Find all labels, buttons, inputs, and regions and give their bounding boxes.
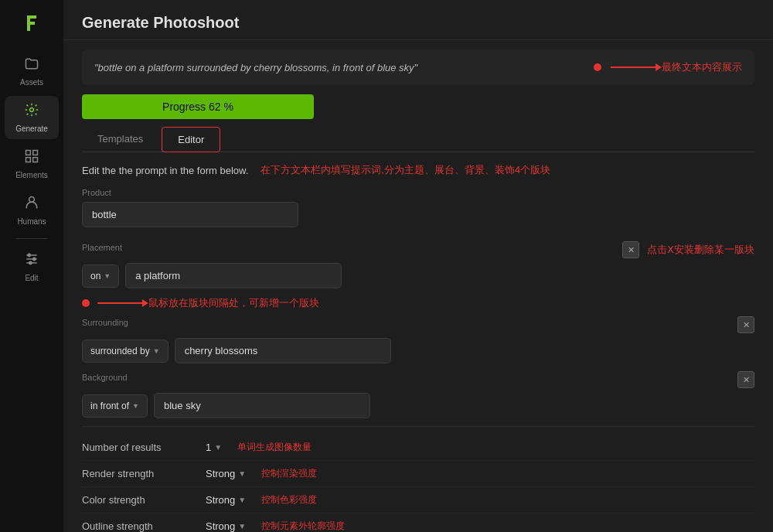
render-strength-value: Strong (206, 468, 235, 479)
setting-row-num-results: Number of results 1 ▼ 单词生成图像数量 (82, 435, 754, 461)
person-icon (24, 195, 39, 214)
color-strength-label: Color strength (82, 494, 206, 506)
surrounding-select[interactable]: surrounded by ▼ (82, 339, 169, 363)
progress-label: Progress 62 % (162, 101, 233, 113)
form-block-surrounding: Surrounding ✕ surrounded by ▼ (82, 316, 754, 363)
color-strength-value-container[interactable]: Strong ▼ (206, 494, 246, 506)
background-header-row: Background ✕ (82, 371, 754, 388)
arrow-line (611, 66, 657, 68)
product-input[interactable] (82, 202, 298, 227)
outline-strength-label: Outline strength (82, 520, 206, 532)
form-block-background: Background ✕ in front of ▼ (82, 371, 754, 418)
sidebar-item-assets[interactable]: Assets (5, 49, 59, 93)
svg-rect-3 (26, 158, 31, 162)
setting-row-render-strength: Render strength Strong ▼ 控制渲染强度 (82, 461, 754, 487)
editor-header-row: Edit the the prompt in the form below. 在… (82, 163, 754, 177)
preview-bar: "bottle on a platform surrounded by cher… (82, 49, 754, 85)
svg-point-9 (28, 254, 30, 256)
surrounding-header-row: Surrounding ✕ (82, 316, 754, 333)
render-strength-value-container[interactable]: Strong ▼ (206, 468, 246, 479)
background-select-chevron: ▼ (132, 402, 139, 410)
elements-icon (24, 148, 39, 168)
add-block-dot (82, 299, 90, 307)
main-panel: Generate Photoshoot "bottle on a platfor… (63, 0, 773, 532)
surrounding-select-value: surrounded by (90, 346, 150, 356)
svg-point-11 (29, 261, 32, 264)
generate-icon (24, 102, 39, 121)
outline-strength-value-container[interactable]: Strong ▼ (206, 520, 246, 532)
tab-editor-label: Editor (178, 134, 204, 145)
sidebar-item-humans-label: Humans (17, 217, 46, 226)
background-select-value: in front of (90, 401, 129, 411)
sidebar-item-assets-label: Assets (20, 78, 43, 87)
placement-select-chevron: ▼ (104, 272, 111, 280)
color-strength-chevron: ▼ (238, 496, 246, 504)
surrounding-input-row: surrounded by ▼ (82, 338, 754, 363)
outline-strength-chevron: ▼ (238, 522, 246, 530)
sidebar-item-generate[interactable]: Generate (5, 96, 59, 139)
preview-annotation-text: 最终文本内容展示 (662, 60, 742, 74)
header: Generate Photoshoot (63, 0, 773, 40)
placement-text-input[interactable] (125, 263, 342, 288)
sidebar-item-elements-label: Elements (15, 171, 48, 179)
surrounding-label: Surrounding (82, 318, 128, 327)
background-label: Background (82, 373, 128, 382)
background-text-input[interactable] (154, 393, 370, 418)
add-block-arrow-line (97, 302, 144, 304)
num-results-value-container[interactable]: 1 ▼ (206, 442, 222, 453)
setting-row-outline-strength: Outline strength Strong ▼ 控制元素外轮廓强度 (82, 513, 754, 532)
placement-remove-button[interactable]: ✕ (622, 241, 639, 258)
placement-x-annotation: 点击X安装删除某一版块 (647, 243, 754, 257)
render-strength-annotation: 控制渲染强度 (261, 467, 317, 480)
sidebar-item-edit[interactable]: Edit (5, 245, 59, 288)
form-block-placement: Placement ✕ 点击X安装删除某一版块 on ▼ (82, 241, 754, 288)
surrounding-remove-button[interactable]: ✕ (737, 316, 754, 333)
background-remove-button[interactable]: ✕ (737, 371, 754, 388)
svg-rect-1 (26, 151, 31, 155)
tab-templates[interactable]: Templates (82, 127, 158, 152)
color-strength-value: Strong (206, 494, 235, 506)
editor-description: Edit the the prompt in the form below. (82, 165, 248, 176)
outline-strength-annotation: 控制元素外轮廓强度 (261, 520, 345, 532)
placement-header-row: Placement ✕ 点击X安装删除某一版块 (82, 241, 754, 258)
svg-rect-4 (33, 158, 38, 162)
svg-point-0 (30, 108, 34, 112)
placement-input-row: on ▼ (82, 263, 754, 288)
editor-block-annotation: 在下方文本栏内填写提示词,分为主题、展台、背景、装饰4个版块 (261, 163, 550, 177)
page-title: Generate Photoshoot (82, 14, 239, 31)
sidebar-item-generate-label: Generate (15, 124, 48, 133)
product-label: Product (82, 188, 754, 197)
sidebar-item-elements[interactable]: Elements (5, 142, 59, 186)
app-logo (18, 9, 46, 37)
surrounding-select-chevron: ▼ (153, 347, 160, 355)
progress-bar: Progress 62 % (82, 94, 314, 119)
num-results-chevron: ▼ (214, 443, 222, 452)
color-strength-annotation: 控制色彩强度 (261, 493, 317, 506)
placement-select[interactable]: on ▼ (82, 264, 119, 288)
tab-templates-label: Templates (97, 133, 143, 145)
folder-icon (24, 56, 39, 75)
editor-section: Edit the the prompt in the form below. 在… (63, 152, 773, 532)
add-block-annotation: 鼠标放在版块间隔处，可新增一个版块 (148, 296, 319, 310)
sliders-icon (24, 251, 39, 271)
svg-point-10 (33, 257, 36, 260)
render-strength-label: Render strength (82, 468, 206, 479)
render-strength-chevron: ▼ (238, 469, 246, 478)
preview-text: "bottle on a platform surrounded by cher… (94, 62, 584, 73)
sidebar-item-edit-label: Edit (25, 274, 38, 282)
form-block-product: Product (82, 188, 754, 227)
sidebar-divider (16, 238, 47, 239)
surrounding-text-input[interactable] (175, 338, 391, 363)
svg-rect-2 (33, 151, 38, 155)
sidebar-item-humans[interactable]: Humans (5, 189, 59, 232)
surrounding-add-row: 鼠标放在版块间隔处，可新增一个版块 (82, 296, 754, 310)
num-results-label: Number of results (82, 442, 206, 453)
background-select[interactable]: in front of ▼ (82, 394, 148, 418)
num-results-value: 1 (206, 442, 211, 453)
preview-annotation-arrow: 最终文本内容展示 (611, 60, 742, 74)
tab-editor[interactable]: Editor (162, 127, 220, 152)
svg-point-5 (29, 197, 35, 203)
placement-label: Placement (82, 243, 122, 252)
num-results-annotation: 单词生成图像数量 (237, 441, 312, 454)
preview-dot (594, 63, 601, 71)
